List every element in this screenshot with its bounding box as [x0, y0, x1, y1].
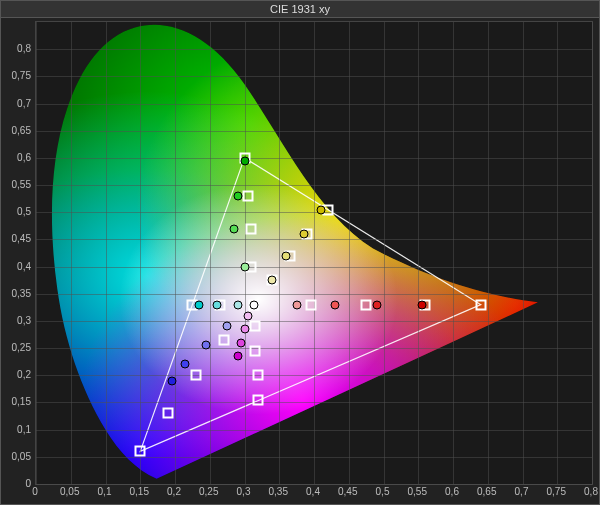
x-tick-label: 0,05: [60, 486, 79, 497]
x-tick-label: 0,75: [547, 486, 566, 497]
x-tick-label: 0,2: [167, 486, 181, 497]
y-tick-label: 0,65: [1, 124, 31, 135]
y-tick-label: 0,3: [1, 314, 31, 325]
cie-chart: CIE 1931 xy 00,050,10,150,20,250,30,350,…: [0, 0, 600, 505]
measured-marker: [240, 156, 249, 165]
y-axis: 00,050,10,150,20,250,30,350,40,450,50,55…: [1, 21, 35, 483]
x-tick-label: 0,35: [269, 486, 288, 497]
y-tick-label: 0,4: [1, 260, 31, 271]
y-tick-label: 0,35: [1, 287, 31, 298]
target-marker: [253, 394, 264, 405]
measured-marker: [299, 229, 308, 238]
target-marker: [305, 299, 316, 310]
y-tick-label: 0,45: [1, 233, 31, 244]
x-tick-label: 0,4: [306, 486, 320, 497]
measured-marker: [223, 322, 232, 331]
x-tick-label: 0,15: [130, 486, 149, 497]
y-tick-label: 0,2: [1, 369, 31, 380]
y-tick-label: 0,15: [1, 396, 31, 407]
y-tick-label: 0,6: [1, 151, 31, 162]
y-tick-label: 0,05: [1, 450, 31, 461]
target-marker: [190, 370, 201, 381]
x-axis: 00,050,10,150,20,250,30,350,40,450,50,55…: [35, 482, 591, 504]
measured-marker: [282, 251, 291, 260]
measured-marker: [372, 300, 381, 309]
target-marker: [475, 299, 486, 310]
y-tick-label: 0,7: [1, 97, 31, 108]
target-marker: [249, 321, 260, 332]
measured-marker: [292, 300, 301, 309]
x-tick-label: 0,3: [237, 486, 251, 497]
measured-marker: [240, 262, 249, 271]
y-tick-label: 0: [1, 478, 31, 489]
x-tick-label: 0,65: [477, 486, 496, 497]
measured-marker: [240, 325, 249, 334]
y-tick-label: 0,75: [1, 70, 31, 81]
measured-marker: [202, 341, 211, 350]
measured-marker: [316, 205, 325, 214]
target-marker: [249, 345, 260, 356]
x-tick-label: 0,55: [408, 486, 427, 497]
measured-marker: [181, 360, 190, 369]
measured-marker: [237, 338, 246, 347]
x-tick-label: 0,45: [338, 486, 357, 497]
measured-marker: [195, 300, 204, 309]
target-marker: [218, 334, 229, 345]
x-tick-label: 0,1: [98, 486, 112, 497]
x-tick-label: 0,8: [584, 486, 598, 497]
x-tick-label: 0: [32, 486, 38, 497]
y-tick-label: 0,25: [1, 342, 31, 353]
y-tick-label: 0,5: [1, 206, 31, 217]
x-tick-label: 0,25: [199, 486, 218, 497]
x-tick-label: 0,7: [515, 486, 529, 497]
measured-marker: [233, 191, 242, 200]
measured-marker: [233, 352, 242, 361]
target-marker: [246, 223, 257, 234]
measured-marker: [249, 301, 258, 310]
measured-marker: [212, 300, 221, 309]
measured-marker: [167, 376, 176, 385]
measured-marker: [330, 300, 339, 309]
y-tick-label: 0,1: [1, 423, 31, 434]
target-marker: [163, 408, 174, 419]
measured-marker: [417, 300, 426, 309]
plot-area: [35, 21, 593, 485]
target-marker: [253, 370, 264, 381]
chart-title: CIE 1931 xy: [1, 1, 599, 18]
y-tick-label: 0,8: [1, 43, 31, 54]
x-tick-label: 0,6: [445, 486, 459, 497]
measured-marker: [243, 311, 252, 320]
x-tick-label: 0,5: [376, 486, 390, 497]
target-marker: [135, 446, 146, 457]
target-marker: [242, 190, 253, 201]
target-marker: [361, 299, 372, 310]
measured-marker: [230, 224, 239, 233]
measured-marker: [233, 300, 242, 309]
y-tick-label: 0,55: [1, 179, 31, 190]
measured-marker: [268, 276, 277, 285]
